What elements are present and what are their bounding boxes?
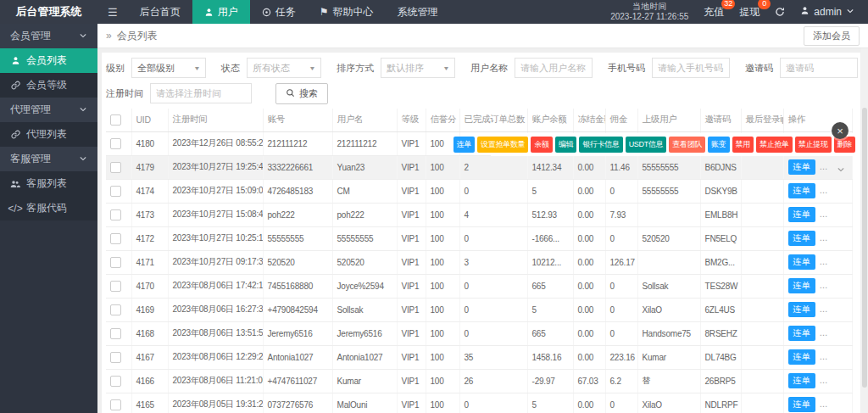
topnav-item[interactable]: 用户 <box>192 0 250 24</box>
chain-order-button[interactable]: 连单 <box>788 349 815 365</box>
local-time: 当地时间 2023-12-27 11:26:55 <box>610 2 688 23</box>
column-header[interactable]: 已完成订单总数 <box>459 109 527 131</box>
row-action-button[interactable]: 设置抢单数量 <box>477 137 528 153</box>
row-checkbox[interactable] <box>110 257 121 268</box>
column-header[interactable]: 冻结金额 <box>573 109 605 131</box>
close-icon[interactable]: × <box>832 122 849 139</box>
scrollbar[interactable] <box>861 48 868 413</box>
row-more-button[interactable]: … <box>820 376 828 385</box>
row-more-button[interactable]: … <box>820 186 828 195</box>
status-select[interactable]: 所有状态 ▼ <box>247 58 321 78</box>
column-header[interactable]: 上级用户 <box>637 109 700 131</box>
sidebar-item[interactable]: 代理列表 <box>0 122 97 147</box>
chain-order-button[interactable]: 连单 <box>788 207 815 222</box>
topnav-item[interactable]: 后台首页 <box>128 0 192 24</box>
sidebar-item[interactable]: </>客服代码 <box>0 196 97 220</box>
row-more-button[interactable]: … <box>820 209 828 219</box>
chain-order-button[interactable]: 连单 <box>788 326 815 341</box>
row-action-button[interactable]: 账变 <box>708 137 729 153</box>
row-checkbox[interactable] <box>110 281 121 292</box>
row-checkbox[interactable] <box>110 162 121 173</box>
cell-commission: 0 <box>605 393 637 413</box>
select-all-checkbox[interactable] <box>110 114 121 126</box>
chain-order-button[interactable]: 连单 <box>788 254 815 270</box>
row-checkbox[interactable] <box>110 399 121 410</box>
chain-order-button[interactable]: 连单 <box>788 373 815 388</box>
column-header[interactable]: 佣金 <box>605 109 637 131</box>
sidebar-group-label: 会员管理 <box>10 29 51 43</box>
row-checkbox[interactable] <box>110 233 121 244</box>
invite-code-input[interactable] <box>780 58 858 78</box>
row-action-button[interactable]: 禁用 <box>732 137 754 153</box>
column-header[interactable]: 邀请码 <box>700 109 741 131</box>
chain-order-button[interactable]: 连单 <box>788 397 815 412</box>
row-action-button[interactable]: 银行卡信息 <box>579 137 623 153</box>
column-header[interactable]: 等级 <box>397 109 426 131</box>
withdraw-button[interactable]: 提现 0 <box>739 5 760 20</box>
column-header[interactable]: UID <box>131 109 168 131</box>
cell-reg-time: 2023年10月27日 09:17:38 <box>168 250 263 274</box>
add-member-button[interactable]: 添加会员 <box>804 26 860 46</box>
column-header[interactable]: 用户名 <box>332 109 397 131</box>
sidebar-item[interactable]: 会员等级 <box>0 73 97 98</box>
username-input[interactable] <box>515 58 593 78</box>
regtime-input[interactable] <box>150 83 252 103</box>
row-checkbox[interactable] <box>110 209 121 220</box>
scrollbar-thumb[interactable] <box>862 108 867 388</box>
row-checkbox[interactable] <box>110 328 121 339</box>
row-more-button[interactable]: … <box>820 162 828 171</box>
topnav-item[interactable]: 任务 <box>250 0 308 24</box>
topnav-item[interactable]: 系统管理 <box>385 0 449 24</box>
row-action-button[interactable]: 禁止提现 <box>795 137 832 153</box>
phone-input[interactable] <box>652 58 730 78</box>
topnav-item[interactable]: ⚑帮助中心 <box>308 0 386 24</box>
sidebar-item[interactable]: 会员列表 <box>0 48 97 73</box>
row-more-button[interactable]: … <box>820 328 828 338</box>
row-action-button[interactable]: 禁止抢单 <box>756 137 793 153</box>
refresh-icon[interactable] <box>775 7 785 17</box>
row-more-button[interactable]: … <box>820 233 828 243</box>
user-name: admin <box>814 6 842 18</box>
cell-frozen: 0.00 <box>573 321 605 345</box>
menu-icon[interactable]: ☰ <box>97 0 128 24</box>
chain-order-button[interactable]: 连单 <box>788 159 815 175</box>
sort-select[interactable]: 默认排序 ▼ <box>381 58 455 78</box>
chain-order-button[interactable]: 连单 <box>788 231 815 246</box>
row-action-button[interactable]: 连单 <box>453 137 475 153</box>
row-checkbox[interactable] <box>110 186 121 197</box>
sidebar-group-header[interactable]: 客服管理 <box>0 147 97 171</box>
row-action-button[interactable]: 编辑 <box>555 137 576 153</box>
row-more-button[interactable]: … <box>820 304 828 314</box>
level-select[interactable]: 全部级别 ▼ <box>131 58 206 78</box>
row-more-button[interactable]: … <box>820 399 828 409</box>
row-checkbox[interactable] <box>110 304 121 315</box>
chain-order-button[interactable]: 连单 <box>788 302 815 317</box>
cell-balance: 5 <box>527 393 573 413</box>
search-button[interactable]: 搜索 <box>275 83 328 104</box>
row-checkbox[interactable] <box>110 376 121 387</box>
row-action-button[interactable]: USDT信息 <box>626 137 667 153</box>
row-more-button[interactable]: … <box>820 281 828 290</box>
column-header[interactable]: 信誉分 <box>426 109 459 131</box>
chain-order-button[interactable]: 连单 <box>788 183 815 198</box>
chain-order-button[interactable]: 连单 <box>788 278 815 293</box>
row-checkbox[interactable] <box>110 352 121 363</box>
sidebar-item[interactable]: 客服列表 <box>0 171 97 196</box>
row-more-button[interactable]: … <box>820 257 828 266</box>
row-checkbox[interactable] <box>110 138 121 149</box>
sidebar-group-header[interactable]: 代理管理 <box>0 98 97 122</box>
column-header[interactable]: 最后登录ip <box>741 109 783 131</box>
row-action-button[interactable]: 删除 <box>834 137 855 153</box>
cell-balance: 1458.16 <box>527 345 573 369</box>
column-header[interactable]: 注册时间 <box>168 109 263 131</box>
user-menu[interactable]: admin <box>800 6 854 18</box>
row-action-button[interactable]: 查看团队 <box>669 137 705 153</box>
row-action-button[interactable]: 余额 <box>531 137 552 153</box>
row-expand-chevron-icon[interactable] <box>837 162 845 177</box>
row-more-button[interactable]: … <box>820 352 828 361</box>
column-header[interactable]: 账号 <box>263 109 332 131</box>
column-header[interactable]: 账户余额 <box>527 109 573 131</box>
sidebar-group-header[interactable]: 会员管理 <box>0 24 97 48</box>
cell-ip <box>741 369 783 393</box>
recharge-button[interactable]: 充值 32 <box>704 5 724 20</box>
